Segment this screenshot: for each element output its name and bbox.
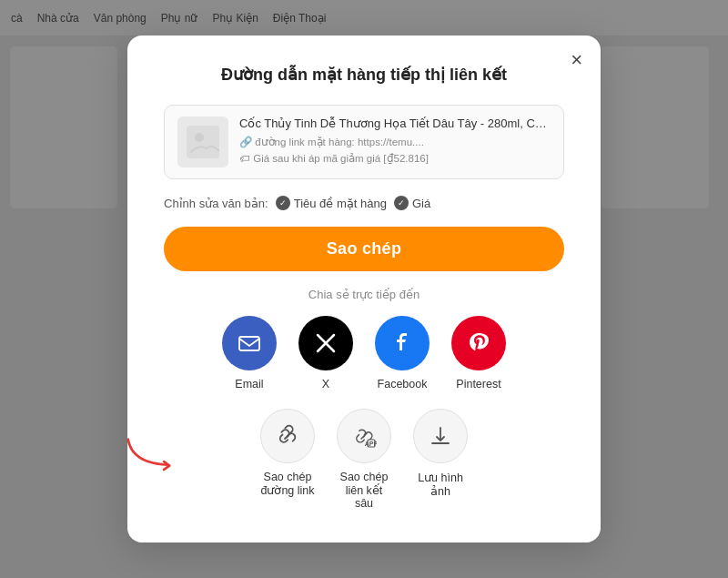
- share-x[interactable]: X: [298, 316, 353, 390]
- svg-text:APP: APP: [365, 441, 377, 447]
- edit-title-label: Tiêu đề mặt hàng: [294, 197, 387, 210]
- share-grid: Email X Facebook: [164, 316, 564, 390]
- product-thumbnail: [177, 117, 228, 167]
- product-info: Cốc Thủy Tinh Dễ Thương Họa Tiết Dâu Tây…: [239, 117, 551, 167]
- svg-point-1: [195, 133, 204, 142]
- pinterest-label: Pinterest: [456, 378, 500, 390]
- check-icon-price: ✓: [394, 196, 409, 210]
- copy-link-item[interactable]: Sao chép đường link: [260, 409, 315, 510]
- share-pinterest[interactable]: Pinterest: [451, 316, 506, 390]
- share-email[interactable]: Email: [222, 316, 277, 390]
- action-grid: Sao chép đường link APP Sao chép liên kế…: [164, 409, 564, 510]
- save-image-label: Lưu hình ảnh: [418, 471, 463, 498]
- edit-label: Chỉnh sửa văn bản:: [164, 197, 268, 210]
- edit-item-price[interactable]: ✓ Giá: [394, 196, 430, 210]
- product-link: 🔗 đường link mặt hàng: https://temu....: [239, 136, 551, 148]
- deeplink-icon-circle: APP: [337, 409, 391, 463]
- deeplink-label: Sao chép liên kết sâu: [340, 471, 389, 510]
- deeplink-item[interactable]: APP Sao chép liên kết sâu: [337, 409, 391, 510]
- x-label: X: [322, 378, 329, 390]
- email-label: Email: [235, 378, 263, 390]
- copy-link-icon-circle: [260, 409, 315, 463]
- check-icon-title: ✓: [276, 196, 290, 210]
- share-label: Chia sẻ trực tiếp đến: [164, 288, 564, 301]
- pinterest-icon-circle: [451, 316, 506, 370]
- share-modal: × Đường dẫn mặt hàng tiếp thị liên kết C…: [127, 35, 601, 543]
- save-image-icon-circle: [413, 409, 468, 463]
- close-button[interactable]: ×: [571, 50, 582, 70]
- modal-title: Đường dẫn mặt hàng tiếp thị liên kết: [164, 65, 564, 85]
- edit-section: Chỉnh sửa văn bản: ✓ Tiêu đề mặt hàng ✓ …: [164, 196, 564, 210]
- arrow-annotation: [120, 431, 184, 480]
- save-image-item[interactable]: Lưu hình ảnh: [413, 409, 468, 510]
- copy-link-label: Sao chép đường link: [260, 471, 314, 497]
- x-icon-circle: [298, 316, 353, 370]
- share-facebook[interactable]: Facebook: [375, 316, 430, 390]
- facebook-label: Facebook: [378, 378, 428, 390]
- product-price: 🏷 Giá sau khi áp mã giảm giá [₫52.816]: [239, 152, 551, 165]
- svg-rect-2: [239, 337, 259, 350]
- copy-button[interactable]: Sao chép: [164, 227, 564, 271]
- edit-price-label: Giá: [412, 197, 430, 210]
- svg-rect-0: [187, 126, 219, 158]
- product-card: Cốc Thủy Tinh Dễ Thương Họa Tiết Dâu Tây…: [164, 105, 564, 179]
- edit-item-title[interactable]: ✓ Tiêu đề mặt hàng: [276, 196, 387, 210]
- facebook-icon-circle: [375, 316, 430, 370]
- email-icon-circle: [222, 316, 277, 370]
- product-name: Cốc Thủy Tinh Dễ Thương Họa Tiết Dâu Tây…: [239, 117, 551, 130]
